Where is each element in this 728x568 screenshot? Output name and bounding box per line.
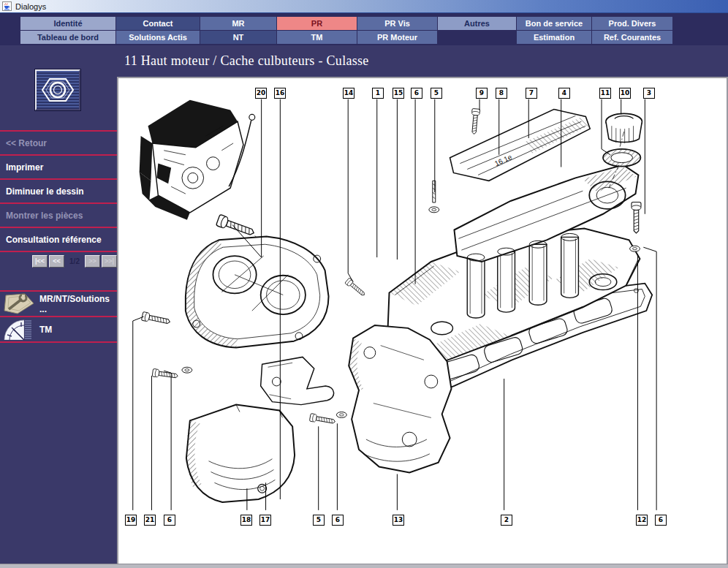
content-area: 11 Haut moteur / Cache culbuteurs - Cula…: [117, 45, 728, 564]
tab-autres[interactable]: Autres: [438, 17, 516, 30]
upper-timing-cover-illustration: [186, 236, 329, 347]
drawing-canvas: 16.1e: [117, 77, 728, 564]
sidebar-item-tm[interactable]: TM: [0, 317, 117, 341]
next-page-button[interactable]: >>: [85, 255, 100, 268]
tab-prod-divers[interactable]: Prod. Divers: [592, 17, 672, 30]
tab-grid: Identité Contact MR PR PR Vis Autres Bon…: [20, 17, 672, 44]
tab-pr-moteur[interactable]: PR Moteur: [357, 31, 437, 44]
sidebar-item-mr-nt-solutions[interactable]: MR/NT/Solutions ...: [0, 292, 117, 316]
tab-mr[interactable]: MR: [200, 17, 276, 30]
callout-17[interactable]: 17: [259, 515, 271, 526]
divider: [0, 341, 117, 343]
tab-identite[interactable]: Identité: [20, 17, 115, 30]
callout-5b[interactable]: 5: [313, 515, 325, 526]
page-navigation: |<< << 1/2 >> >>|: [32, 254, 118, 268]
callout-3[interactable]: 3: [643, 88, 655, 99]
cap-seal-illustration: [603, 149, 640, 167]
bolt-21-illustration: [152, 368, 178, 379]
callout-1[interactable]: 1: [372, 88, 384, 99]
tab-pr-vis[interactable]: PR Vis: [357, 17, 437, 30]
bolt-9-illustration: [470, 108, 480, 134]
washer-6-center-illustration: [336, 412, 346, 418]
washer-6-right-illustration: [630, 246, 640, 251]
engine-block-illustration: [140, 100, 255, 220]
page-title: 11 Haut moteur / Cache culbuteurs - Cula…: [117, 45, 728, 77]
callout-21[interactable]: 21: [144, 515, 156, 526]
exploded-engine-diagram: 16.1e: [118, 78, 725, 564]
callout-19[interactable]: 19: [125, 515, 137, 526]
tab-nt[interactable]: NT: [200, 31, 276, 44]
first-page-button[interactable]: |<<: [32, 255, 48, 268]
lower-timing-cover-illustration: [186, 405, 295, 502]
page-indicator: 1/2: [66, 257, 83, 265]
dialogys-window: Dialogys Identité Contact MR PR PR Vis A…: [0, 0, 728, 568]
callout-9[interactable]: 9: [476, 88, 488, 99]
callout-4[interactable]: 4: [558, 88, 570, 99]
callout-12[interactable]: 12: [636, 515, 648, 526]
mount-bracket-illustration: [261, 357, 334, 404]
bolt-12-illustration: [632, 202, 641, 233]
callout-10[interactable]: 10: [619, 88, 631, 99]
tab-empty-cell: [438, 31, 516, 44]
callout-6c[interactable]: 6: [332, 515, 344, 526]
bolt-19-illustration: [141, 311, 170, 326]
callout-13[interactable]: 13: [393, 515, 404, 526]
bolt-5-illustration: [309, 414, 335, 426]
sidebar: << Retour Imprimer Diminuer le dessin Mo…: [0, 45, 117, 564]
callout-6b[interactable]: 6: [164, 515, 175, 526]
sidebar-item-label: TM: [39, 325, 52, 335]
callout-2[interactable]: 2: [501, 515, 512, 526]
last-page-button[interactable]: >>|: [102, 255, 117, 268]
tab-strip: Identité Contact MR PR PR Vis Autres Bon…: [0, 13, 728, 45]
tab-contact[interactable]: Contact: [116, 17, 200, 30]
divider: [0, 251, 117, 252]
callout-14[interactable]: 14: [343, 88, 354, 99]
callout-8[interactable]: 8: [496, 88, 507, 99]
sidebar-item-retour[interactable]: << Retour: [0, 132, 117, 154]
hex-nut-logo: [35, 69, 80, 110]
callout-11[interactable]: 11: [599, 88, 611, 99]
long-bolt-illustration: [216, 214, 256, 238]
sidebar-item-diminuer-le-dessin[interactable]: Diminuer le dessin: [0, 180, 117, 202]
oil-filler-cap-illustration: [606, 113, 642, 143]
tab-estimation[interactable]: Estimation: [517, 31, 591, 44]
ignition-strip-cover-illustration: 16.1e: [450, 109, 591, 181]
window-titlebar: Dialogys: [0, 0, 728, 13]
window-bottom-border: [0, 564, 728, 568]
main-area: << Retour Imprimer Diminuer le dessin Mo…: [0, 45, 728, 564]
callout-6a[interactable]: 6: [411, 88, 422, 99]
sidebar-item-montrer-les-pieces[interactable]: Montrer les pièces: [0, 204, 117, 227]
sidebar-item-imprimer[interactable]: Imprimer: [0, 156, 117, 178]
callout-18[interactable]: 18: [240, 515, 252, 526]
callout-6d[interactable]: 6: [655, 515, 667, 526]
tab-bon-de-service[interactable]: Bon de service: [517, 17, 591, 30]
sidebar-item-consultation-reference[interactable]: Consultation référence: [0, 228, 117, 251]
tab-tableau-de-bord[interactable]: Tableau de bord: [20, 31, 115, 44]
sidebar-item-label: MR/NT/Solutions ...: [39, 294, 117, 314]
tab-solutions-actis[interactable]: Solutions Actis: [116, 31, 200, 44]
bolt-14-illustration: [345, 278, 367, 298]
window-title: Dialogys: [15, 2, 46, 11]
callout-20[interactable]: 20: [255, 88, 267, 99]
java-coffee-cup-icon: [2, 1, 12, 11]
tab-pr[interactable]: PR: [277, 17, 357, 30]
wrench-icon: [3, 293, 35, 314]
tab-tm[interactable]: TM: [277, 31, 357, 44]
washer-6-left-illustration: [182, 367, 192, 373]
callout-5[interactable]: 5: [431, 88, 442, 99]
previous-page-button[interactable]: <<: [49, 255, 64, 268]
inner-cover-illustration: [349, 325, 451, 473]
gauge-icon: [3, 319, 35, 340]
tab-ref-courantes[interactable]: Ref. Courantes: [592, 31, 672, 44]
stud-5-6-illustration: [429, 181, 439, 212]
callout-15[interactable]: 15: [393, 88, 404, 99]
callout-16[interactable]: 16: [274, 88, 286, 99]
callout-7[interactable]: 7: [526, 88, 537, 99]
